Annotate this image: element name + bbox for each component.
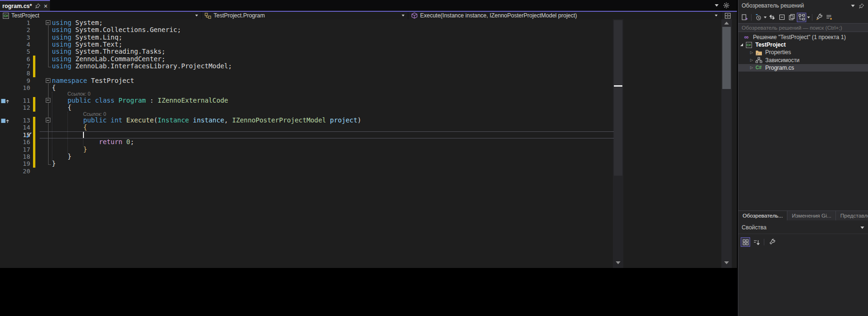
collapsed-arrow-icon[interactable]: ▷ (749, 58, 754, 62)
line-number[interactable]: 12 (12, 104, 30, 111)
line-number[interactable]: 8 (12, 70, 30, 77)
tree-item-properties[interactable]: ▷Properties (738, 49, 868, 56)
line-number[interactable]: 19 (12, 160, 30, 167)
code-line-15[interactable]: 15 (0, 131, 737, 138)
editor-scrollbar-right[interactable] (721, 19, 732, 268)
fold-box-icon[interactable] (46, 98, 50, 103)
code-line-1[interactable]: 1using System; (0, 19, 737, 26)
code-line-2[interactable]: 2using System.Collections.Generic; (0, 26, 737, 33)
code-line-20[interactable]: 20 (0, 168, 737, 175)
code-line-10[interactable]: 10{ (0, 84, 737, 91)
scroll-down-arrow-icon[interactable] (724, 261, 729, 264)
line-number[interactable]: 9 (12, 77, 30, 84)
scroll-up-arrow-icon[interactable] (724, 22, 729, 24)
collapsed-arrow-icon[interactable]: ▷ (749, 65, 754, 70)
tab-program-cs[interactable]: rogram.cs* × (0, 0, 50, 11)
code-line-9[interactable]: 9namespace TestProject (0, 77, 737, 84)
alphabetical-icon[interactable] (752, 237, 761, 247)
line-number[interactable]: 5 (12, 48, 30, 55)
scroll-down-arrow-icon[interactable] (616, 261, 620, 264)
outline-margin (45, 91, 51, 97)
property-pages-wrench-icon[interactable] (767, 237, 777, 247)
expanded-arrow-icon[interactable] (739, 43, 744, 46)
line-number[interactable]: 14 (12, 124, 30, 131)
quick-actions-screwdriver-icon[interactable] (26, 131, 33, 138)
properties-wrench-icon[interactable] (814, 13, 824, 22)
chevron-down-icon[interactable] (860, 227, 864, 229)
code-line-7[interactable]: 7using ZennoLab.InterfacesLibrary.Projec… (0, 63, 737, 70)
line-number[interactable] (12, 112, 30, 117)
code-line-18[interactable]: 18 } (0, 153, 737, 160)
tab-list-chevron-icon[interactable] (715, 4, 719, 7)
line-number[interactable]: 16 (12, 138, 30, 146)
code-line-5[interactable]: 5using System.Threading.Tasks; (0, 48, 737, 55)
tree-item-program-cs[interactable]: ▷C#Program.cs (738, 64, 868, 72)
line-number[interactable]: 13 (12, 117, 30, 124)
scrollbar-thumb[interactable] (722, 27, 731, 89)
window-position-chevron-icon[interactable] (851, 5, 855, 7)
switch-views-icon[interactable] (740, 13, 749, 22)
line-number[interactable]: 20 (12, 168, 30, 175)
scrollbar-thumb[interactable] (614, 20, 622, 176)
project-dropdown[interactable]: C# TestProject (0, 12, 202, 19)
editor-scrollbar[interactable] (613, 19, 623, 268)
gear-icon[interactable] (723, 2, 729, 8)
glyph-margin (0, 138, 12, 146)
chevron-down-icon[interactable] (764, 16, 767, 18)
code-area[interactable]: 1using System;2using System.Collections.… (0, 19, 737, 268)
line-number[interactable]: 18 (12, 153, 30, 160)
inheritance-margin-icon[interactable] (0, 117, 12, 124)
line-number[interactable]: 1 (12, 19, 30, 26)
code-line-8[interactable]: 8 (0, 70, 737, 77)
line-number[interactable]: 7 (12, 63, 30, 70)
fold-box-icon[interactable] (46, 118, 50, 122)
csharp-file-icon: C# (754, 65, 763, 70)
tab-title: rogram.cs* (2, 3, 32, 9)
code-line-11[interactable]: 11 public class Program : IZennoExternal… (0, 97, 737, 104)
fold-box-icon[interactable] (46, 78, 50, 83)
text-caret (83, 132, 84, 138)
line-number[interactable]: 10 (12, 84, 30, 91)
code-line-14[interactable]: 14 { (0, 124, 737, 131)
line-number[interactable]: 3 (12, 34, 30, 41)
line-number[interactable]: 6 (12, 56, 30, 63)
tree-item-зависимости[interactable]: ▷Зависимости (738, 57, 868, 64)
code-line-4[interactable]: 4using System.Text; (0, 41, 737, 48)
solution-explorer-panel: Обозреватель решений (738, 0, 868, 316)
line-number[interactable] (12, 91, 30, 97)
pin-icon[interactable] (35, 3, 41, 8)
nested-view-icon[interactable] (797, 13, 806, 22)
collapsed-arrow-icon[interactable]: ▷ (749, 50, 754, 55)
close-icon[interactable]: × (44, 4, 48, 8)
tool-tab-обозреватель-[interactable]: Обозреватель... (738, 211, 787, 220)
tree-item-решение-testproject-1-проекта-1-[interactable]: ∞Решение "TestProject" (1 проекта 1) (738, 33, 868, 41)
code-line-3[interactable]: 3using System.Linq; (0, 34, 737, 41)
pin-icon[interactable] (859, 3, 864, 8)
code-line-19[interactable]: 19} (0, 160, 737, 167)
chevron-down-icon[interactable] (807, 16, 810, 18)
line-number[interactable]: 11 (12, 97, 30, 104)
tool-tab-изменения-gi-[interactable]: Изменения Gi... (787, 211, 836, 220)
code-line-6[interactable]: 6using ZennoLab.CommandCenter; (0, 56, 737, 63)
tree-item-testproject[interactable]: C#TestProject (738, 41, 868, 49)
type-dropdown[interactable]: TestProject.Program (202, 12, 408, 19)
split-editor-button[interactable] (721, 12, 734, 19)
line-number[interactable]: 4 (12, 41, 30, 48)
line-number[interactable]: 17 (12, 146, 30, 153)
code-line-12[interactable]: 12 { (0, 104, 737, 111)
sync-active-document-icon[interactable] (767, 13, 777, 22)
fold-box-icon[interactable] (46, 20, 50, 25)
collapse-all-icon[interactable] (777, 13, 786, 22)
code-line-17[interactable]: 17 } (0, 146, 737, 153)
tool-tab-представлен[interactable]: Представлен (836, 211, 868, 220)
pending-changes-filter-icon[interactable] (753, 13, 763, 22)
code-line-16[interactable]: 16 return 0; (0, 138, 737, 146)
member-dropdown[interactable]: Execute(Instance instance, IZennoPosterP… (408, 12, 721, 19)
search-input[interactable] (738, 24, 868, 31)
inheritance-margin-icon[interactable] (0, 97, 12, 104)
categorized-icon[interactable] (741, 237, 750, 247)
line-number[interactable]: 2 (12, 26, 30, 33)
show-all-files-icon[interactable] (787, 13, 796, 22)
code-line-13[interactable]: 13 public int Execute(Instance instance,… (0, 117, 737, 124)
preview-selected-items-icon[interactable] (824, 13, 834, 22)
